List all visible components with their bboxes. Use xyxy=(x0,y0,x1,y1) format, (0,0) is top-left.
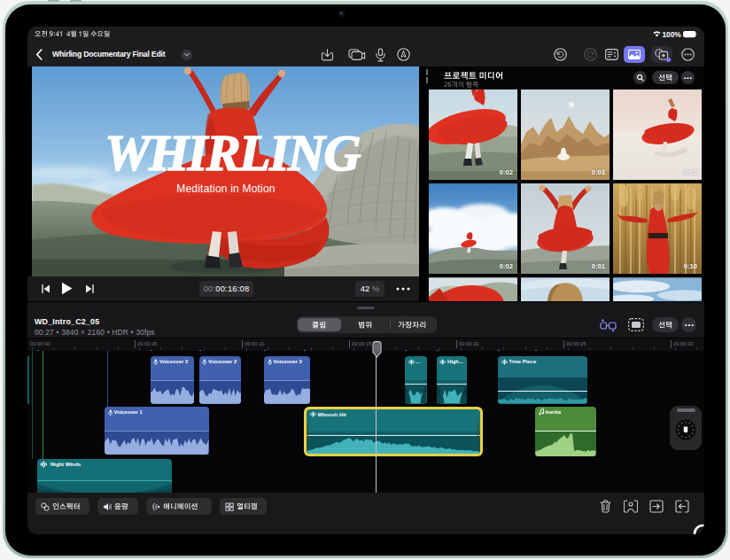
svg-text:WHIRLING: WHIRLING xyxy=(105,124,361,182)
svg-text:Meditation in Motion: Meditation in Motion xyxy=(176,183,275,195)
